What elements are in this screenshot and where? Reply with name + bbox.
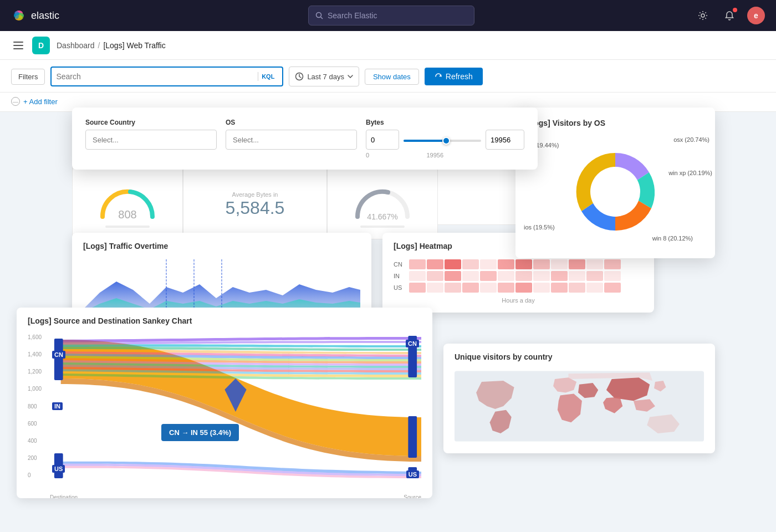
bytes-slider-track[interactable] [404,140,481,142]
gear-icon [698,11,708,21]
gauge-2-bar [360,226,405,228]
traffic-chart-area [83,259,360,315]
y-label-1400: 1,400 [28,351,47,357]
sankey-title: [Logs] Source and Destination Sankey Cha… [28,316,421,325]
notification-badge [733,8,737,12]
global-search-placeholder: Search Elastic [328,11,377,20]
gauge-1-value: 808 [94,208,161,221]
bytes-slider-thumb[interactable] [442,137,450,145]
source-country-label: Source Country [85,119,217,126]
donut-chart-svg [554,136,676,247]
heatmap-footer: Hours a day [394,297,643,304]
y-label-400: 400 [28,438,47,444]
bytes-max-input[interactable] [486,130,524,150]
source-country-input[interactable] [85,130,217,150]
search-icon [315,12,323,19]
dashboard-letter: D [38,41,44,50]
donut-label-osx: osx (20.74%) [673,136,709,143]
sankey-left-in: IN [52,402,63,410]
avg-bytes-value: 5,584.5 [226,198,285,218]
heatmap-cn-cells [409,259,621,269]
gauge-2-value: 41.667% [349,212,416,221]
bytes-slider-min-label: 0 [366,152,369,158]
sankey-svg [50,334,421,478]
refresh-button[interactable]: Refresh [425,68,483,85]
bell-icon [724,11,734,21]
avg-bytes-label: Average Bytes in [232,191,278,198]
dashboard-avatar: D [32,37,50,54]
sankey-right-cn: CN [406,340,419,347]
os-input[interactable] [226,130,357,150]
bytes-label: Bytes [366,119,524,126]
y-label-1000: 1,000 [28,386,47,392]
user-avatar-button[interactable]: e [747,7,765,24]
gauge-2-card: 41.667% [327,166,438,239]
visitors-os-panel: [Logs] Visitors by OS [515,108,715,258]
chevron-down-icon [348,75,353,78]
y-label-1600: 1,600 [28,334,47,340]
svg-rect-14 [54,339,63,380]
os-group: OS [226,119,357,150]
show-dates-button[interactable]: Show dates [365,69,419,85]
bytes-slider-max-label: 19956 [426,152,443,158]
breadcrumb-parent[interactable]: Dashboard [57,41,95,50]
svg-point-8 [701,14,704,17]
search-filter-wrap: KQL [50,66,283,86]
bytes-group: Bytes 0 19956 [366,119,524,158]
brand-name: elastic [31,10,59,22]
bytes-slider-labels: 0 19956 [366,152,443,158]
sankey-left-cn: CN [52,351,65,359]
sankey-right-us: US [406,470,419,478]
breadcrumb-current: [Logs] Web Traffic [103,41,165,50]
avatar-letter: e [754,11,758,20]
breadcrumb-separator: / [98,41,100,50]
global-search-bar[interactable]: Search Elastic [308,6,474,25]
sankey-source-label: Source [404,494,421,498]
traffic-panel-title: [Logs] Traffic Overtime [83,242,360,250]
world-map-title: Unique visitors by country [455,352,704,361]
donut-label-winxp: win xp (20.19%) [668,170,712,176]
settings-button[interactable] [694,7,712,24]
notifications-button[interactable] [721,7,738,24]
bytes-slider-fill [404,140,446,142]
svg-line-7 [321,17,323,19]
time-filter-button[interactable]: Last 7 days [289,66,359,86]
y-label-200: 200 [28,455,47,461]
visitors-os-title: [Logs] Visitors by OS [527,119,704,127]
search-filter-input[interactable] [56,72,258,81]
hamburger-menu-button[interactable] [11,39,25,52]
elastic-logo: elastic [11,8,89,23]
y-label-800: 800 [28,403,47,410]
bytes-slider-wrap: 0 19956 [366,130,524,158]
svg-point-13 [590,167,640,217]
add-filter-link[interactable]: + Add filter [23,98,58,106]
kql-badge[interactable]: KQL [258,72,278,81]
heatmap-in-cells [409,271,621,281]
avg-bytes-card: Average Bytes in 5,584.5 [183,166,327,239]
world-map-svg [455,370,704,442]
gauge-1-card: 808 [72,166,183,239]
donut-chart-container: osx (20.74%) win xp (20.19%) win 8 (20.1… [527,136,704,247]
heatmap-row-us: US [394,284,407,291]
filters-label[interactable]: Filters [11,69,45,85]
heatmap-row-cn: CN [394,261,407,268]
y-label-1200: 1,200 [28,369,47,375]
os-label: OS [226,119,357,126]
world-map-panel: Unique visitors by country [443,344,715,453]
breadcrumb: Dashboard / [Logs] Web Traffic [57,41,166,50]
sankey-left-us: US [52,465,65,473]
world-map-container [455,370,704,444]
donut-label-win8: win 8 (20.12%) [652,235,693,242]
heatmap-grid-container: CN [394,259,643,304]
gauge-1-bar [105,226,150,228]
refresh-label: Refresh [446,72,473,81]
clock-icon [295,72,304,81]
svg-point-6 [316,13,321,18]
filter-dropdown-panel: Source Country OS Bytes [72,108,538,170]
donut-label-ios: ios (19.5%) [524,224,555,231]
svg-rect-17 [408,416,417,458]
traffic-chart-svg [83,259,360,315]
svg-point-5 [18,13,24,19]
y-label-600: 600 [28,421,47,427]
bytes-min-input[interactable] [366,130,399,150]
